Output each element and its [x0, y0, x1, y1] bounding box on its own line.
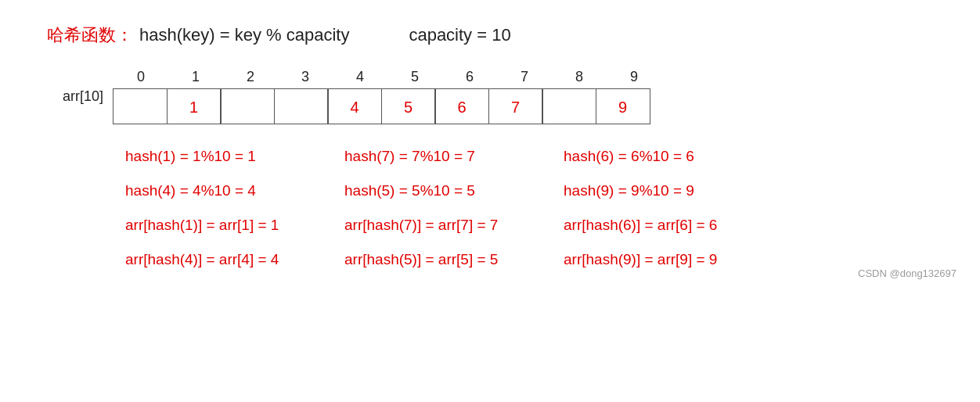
array-cell-2: .	[220, 88, 275, 124]
hash-eq-row2: hash(4) = 4%10 = 4 hash(5) = 5%10 = 5 ha…	[125, 182, 933, 199]
array-cell-8: .	[542, 88, 596, 124]
capacity-label: capacity = 10	[409, 25, 510, 45]
hash-eq-2-2: hash(5) = 5%10 = 5	[344, 182, 517, 199]
arr-eq-row2: arr[hash(4)] = arr[4] = 4 arr[hash(5)] =…	[125, 251, 933, 268]
index-cell: 7	[497, 69, 552, 85]
index-cell: 9	[607, 69, 661, 85]
array-cell-9: 9	[596, 88, 650, 124]
array-wrapper: 0123456789 .1..4567.9	[113, 69, 661, 124]
arr-eq-1-1: arr[hash(1)] = arr[1] = 1	[125, 217, 297, 234]
index-cell: 6	[442, 69, 497, 85]
hash-function-line: 哈希函数： hash(key) = key % capacity capacit…	[47, 23, 933, 47]
hash-eq-1-2: hash(7) = 7%10 = 7	[344, 148, 517, 165]
index-cell: 8	[552, 69, 607, 85]
array-cell-3: .	[274, 88, 329, 124]
watermark: CSDN @dong132697	[858, 267, 957, 279]
array-cell-1: 1	[167, 88, 222, 124]
hash-eq-2-1: hash(4) = 4%10 = 4	[125, 182, 297, 199]
array-cell-0: .	[113, 88, 168, 124]
arr-eq-2-1: arr[hash(4)] = arr[4] = 4	[125, 251, 297, 268]
arr-eq-row1: arr[hash(1)] = arr[1] = 1 arr[hash(7)] =…	[125, 217, 933, 234]
index-cell: 5	[387, 69, 442, 85]
index-cell: 4	[333, 69, 387, 85]
arr-eq-1-2: arr[hash(7)] = arr[7] = 7	[344, 217, 517, 234]
main-container: 哈希函数： hash(key) = key % capacity capacit…	[0, 0, 980, 292]
formula: hash(key) = key % capacity	[139, 25, 349, 45]
arr-label: arr[10]	[63, 88, 103, 105]
chinese-label: 哈希函数：	[47, 23, 133, 47]
index-cell: 2	[223, 69, 278, 85]
array-cell-5: 5	[381, 88, 436, 124]
array-section: arr[10] 0123456789 .1..4567.9	[63, 69, 933, 124]
index-cell: 3	[278, 69, 333, 85]
arr-eq-1-3: arr[hash(6)] = arr[6] = 6	[564, 217, 736, 234]
index-cell: 1	[168, 69, 223, 85]
array-cell-7: 7	[488, 88, 543, 124]
cell-row: .1..4567.9	[113, 88, 661, 124]
hash-eq-1-3: hash(6) = 6%10 = 6	[564, 148, 736, 165]
array-cell-6: 6	[434, 88, 489, 124]
arr-eq-2-3: arr[hash(9)] = arr[9] = 9	[564, 251, 736, 268]
equations-section: hash(1) = 1%10 = 1 hash(7) = 7%10 = 7 ha…	[125, 148, 933, 268]
index-row: 0123456789	[113, 69, 661, 85]
hash-eq-row1: hash(1) = 1%10 = 1 hash(7) = 7%10 = 7 ha…	[125, 148, 933, 165]
hash-eq-2-3: hash(9) = 9%10 = 9	[564, 182, 736, 199]
index-cell: 0	[113, 69, 168, 85]
hash-eq-1-1: hash(1) = 1%10 = 1	[125, 148, 297, 165]
arr-eq-2-2: arr[hash(5)] = arr[5] = 5	[344, 251, 517, 268]
array-cell-4: 4	[327, 88, 382, 124]
